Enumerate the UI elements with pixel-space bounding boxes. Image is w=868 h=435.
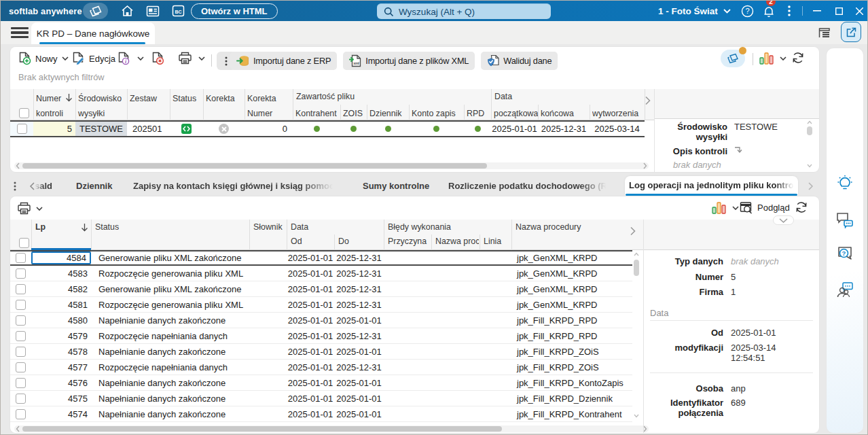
column-header-nazwa_proc[interactable]: Nazwa proc bbox=[435, 237, 479, 246]
tab-overflow-button[interactable] bbox=[14, 181, 16, 191]
import-erp-button[interactable]: Importuj dane z ERP bbox=[230, 52, 337, 70]
table-row-selected[interactable]: 5TESTOWE20250102025-01-012025-12-312025-… bbox=[10, 120, 645, 137]
scrollbar-thumb[interactable] bbox=[807, 126, 812, 135]
share-button[interactable] bbox=[841, 22, 861, 42]
workspace-switcher-button[interactable] bbox=[83, 3, 108, 19]
scroll-down-icon[interactable] bbox=[634, 414, 639, 418]
scroll-up-icon[interactable] bbox=[807, 120, 812, 124]
log-chart-view-button[interactable] bbox=[712, 201, 739, 215]
search-input[interactable]: Wyszukaj (Alt + Q) bbox=[377, 3, 551, 19]
row-checkbox[interactable] bbox=[16, 300, 26, 310]
scrollbar-thumb[interactable] bbox=[22, 163, 487, 169]
news-button[interactable] bbox=[144, 3, 162, 19]
panel-layout-button[interactable] bbox=[818, 27, 831, 39]
contact-button[interactable] bbox=[836, 281, 854, 298]
column-header-do[interactable]: Do bbox=[338, 237, 383, 246]
column-header-korekta_numer[interactable]: Korekta Numer bbox=[247, 92, 293, 121]
detail-vscrollbar[interactable] bbox=[806, 120, 814, 171]
open-in-html-button[interactable]: Otwórz w HTML bbox=[191, 3, 278, 19]
table-row[interactable]: 4579Rozpoczęcie napełniania danych2025-0… bbox=[10, 328, 632, 344]
column-header-dziennik[interactable]: Dziennik bbox=[369, 107, 409, 122]
column-header-kontrahent[interactable]: Kontrahent bbox=[295, 107, 340, 122]
minimize-button[interactable] bbox=[808, 1, 827, 21]
row-checkbox[interactable] bbox=[17, 124, 27, 134]
preview-button[interactable]: Podgląd bbox=[740, 201, 790, 214]
more-menu-button[interactable] bbox=[782, 1, 797, 21]
help-chat-button[interactable]: ? bbox=[836, 245, 854, 263]
main-menu-button[interactable] bbox=[11, 26, 29, 39]
new-button[interactable]: Nowy bbox=[18, 52, 69, 65]
tab-zapisy[interactable]: Zapisy na kontach księgi głównej i ksiąg… bbox=[133, 176, 337, 196]
column-header-poczatkowa[interactable]: początkowa bbox=[494, 107, 538, 122]
row-checkbox[interactable] bbox=[16, 253, 26, 263]
scroll-down-icon[interactable] bbox=[807, 164, 812, 168]
row-checkbox[interactable] bbox=[16, 362, 26, 372]
log-print-button[interactable] bbox=[17, 202, 43, 215]
table-row[interactable]: 4578Napełnianie danych zakończone2025-01… bbox=[10, 344, 632, 360]
table-row[interactable]: 4576Napełnianie danych zakończone2025-01… bbox=[10, 375, 632, 391]
column-header-przyczyna[interactable]: Przyczyna bbox=[388, 237, 431, 246]
scrollbar-thumb[interactable] bbox=[22, 426, 502, 432]
row-checkbox[interactable] bbox=[16, 331, 26, 341]
log-table-hscrollbar[interactable] bbox=[14, 425, 649, 432]
table-row[interactable]: 4582Generowanie pliku XML zakończone2025… bbox=[10, 281, 632, 297]
table-row[interactable]: 4574Napełnianie danych zakończone2025-01… bbox=[10, 406, 632, 422]
tab-zestawienie-sald[interactable]: sald bbox=[35, 176, 52, 196]
bc-button[interactable]: BC bbox=[169, 3, 187, 19]
column-header-od[interactable]: Od bbox=[291, 237, 333, 246]
table-row[interactable]: 4580Napełnianie danych zakończone2025-01… bbox=[10, 313, 632, 328]
notifications-button[interactable]: 2 bbox=[760, 1, 778, 21]
column-header-srodowisko[interactable]: Środowisko wysyłki bbox=[78, 92, 127, 121]
company-selector[interactable]: 1 - Foto Świat bbox=[658, 1, 731, 21]
select-all-checkbox[interactable] bbox=[19, 108, 29, 118]
table-row[interactable]: 4577Rozpoczęcie napełniania danych2025-0… bbox=[10, 360, 632, 375]
row-checkbox[interactable] bbox=[16, 347, 26, 357]
tabs-scroll-right-icon[interactable] bbox=[808, 182, 814, 190]
import-xml-button[interactable]: xml Importuj dane z plików XML bbox=[343, 52, 475, 70]
row-checkbox[interactable] bbox=[16, 268, 26, 279]
tab-rozliczenie-rpd[interactable]: Rozliczenie podatku dochodowego (RPD) bbox=[448, 176, 609, 196]
table-row-selected[interactable]: 4584Generowanie pliku XML zakończone2025… bbox=[10, 250, 632, 266]
document-tab[interactable]: KR PD – Dane nagłówkowe bbox=[31, 22, 155, 44]
row-checkbox[interactable] bbox=[16, 315, 26, 326]
tab-sumy-kontrolne[interactable]: Sumy kontrolne bbox=[363, 176, 429, 196]
column-header-slownik[interactable]: Słownik bbox=[253, 222, 286, 232]
column-header-nazwa_procedury[interactable]: Nazwa procedury bbox=[516, 222, 632, 232]
column-header-korekta[interactable]: Korekta bbox=[206, 92, 245, 107]
scroll-up-icon[interactable] bbox=[634, 252, 639, 256]
delete-document-button[interactable] bbox=[151, 52, 164, 65]
row-checkbox[interactable] bbox=[16, 284, 26, 294]
column-header-rpd[interactable]: RPD bbox=[467, 107, 491, 122]
header-table-hscrollbar[interactable] bbox=[14, 162, 649, 169]
row-checkbox[interactable] bbox=[16, 378, 26, 388]
ideas-button[interactable] bbox=[836, 175, 854, 192]
scroll-right-icon[interactable] bbox=[630, 226, 636, 236]
column-header-zestaw[interactable]: Zestaw bbox=[130, 92, 170, 107]
column-header-konto_zapis[interactable]: Konto zapis bbox=[412, 107, 464, 122]
table-row[interactable]: 4583Rozpoczęcie generowania pliku XML202… bbox=[10, 266, 632, 281]
print-button[interactable] bbox=[178, 52, 205, 65]
scrollbar-thumb[interactable] bbox=[634, 260, 639, 276]
column-header-zois[interactable]: ZOIS bbox=[343, 107, 367, 122]
chat-button[interactable] bbox=[836, 211, 854, 229]
column-header-wytworzenia[interactable]: wytworzenia bbox=[592, 107, 645, 122]
close-button[interactable] bbox=[850, 1, 868, 21]
tab-log-operacji-active[interactable]: Log operacji na jednolitym pliku kontrol… bbox=[625, 176, 798, 196]
column-header-linia[interactable]: Linia bbox=[484, 237, 511, 246]
scroll-right-icon[interactable] bbox=[645, 96, 651, 105]
log-refresh-button[interactable] bbox=[795, 201, 808, 214]
log-table-vscrollbar[interactable] bbox=[632, 251, 640, 422]
row-checkbox[interactable] bbox=[16, 394, 26, 404]
table-row[interactable]: 4575Napełnianie danych zakończone2025-01… bbox=[10, 391, 632, 406]
column-header-koncowa[interactable]: końcowa bbox=[541, 107, 590, 122]
help-button[interactable]: ? bbox=[738, 1, 756, 21]
validate-button[interactable]: Waliduj dane bbox=[481, 52, 558, 70]
edit-button[interactable]: Edycja bbox=[72, 52, 115, 65]
row-checkbox[interactable] bbox=[16, 409, 26, 419]
maximize-button[interactable] bbox=[829, 1, 848, 21]
tab-dziennik[interactable]: Dziennik bbox=[76, 176, 112, 196]
home-button[interactable] bbox=[118, 3, 136, 19]
column-header-status[interactable]: Status bbox=[95, 222, 249, 232]
select-all-checkbox[interactable] bbox=[19, 238, 29, 248]
document-info-button[interactable]: i bbox=[117, 52, 144, 65]
